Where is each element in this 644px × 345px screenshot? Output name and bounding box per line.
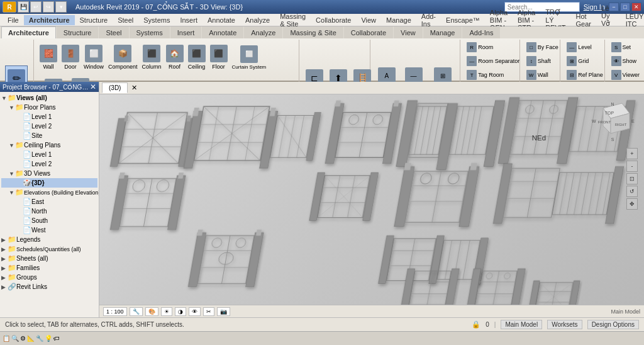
status-worksets[interactable]: Worksets [547, 320, 582, 329]
set-button[interactable]: SSet [609, 41, 634, 54]
tab-view[interactable]: View [394, 26, 423, 38]
tree-elev-east[interactable]: 📄East [1, 197, 97, 206]
roof-button[interactable]: 🏠 Roof [164, 41, 186, 74]
tab-addins[interactable]: Add-Ins [462, 26, 500, 38]
viewport-3d[interactable]: NEd TOP [99, 94, 644, 305]
level-button[interactable]: —Level [564, 41, 594, 54]
menu-analyze[interactable]: Analyze [240, 15, 275, 25]
floor-button[interactable]: ⬛ Floor [208, 41, 230, 74]
quick-access-more[interactable]: ▾ [55, 1, 67, 13]
menu-structure[interactable]: Structure [75, 15, 113, 25]
menu-view[interactable]: View [356, 15, 381, 25]
tab-analyze[interactable]: Analyze [244, 26, 282, 38]
bottom-icon-7[interactable]: 🏷 [53, 335, 60, 342]
bottom-icon-4[interactable]: 📐 [27, 335, 35, 342]
menu-annotate[interactable]: Annotate [203, 15, 240, 25]
toolbar-shadows[interactable]: ◑ [175, 307, 186, 316]
tree-floor-level1[interactable]: 📄Level 1 [1, 112, 97, 122]
tree-revit-links[interactable]: ▶🔗Revit Links [1, 282, 97, 291]
wall-button[interactable]: 🧱 Wall [38, 41, 59, 74]
tree-ceiling-plans[interactable]: ▼📁Ceiling Plans [1, 140, 97, 150]
tree-elev-north[interactable]: 📄North [1, 206, 97, 216]
menu-architecture[interactable]: Architecture [24, 15, 75, 25]
menu-systems[interactable]: Systems [138, 15, 175, 25]
tab-structure[interactable]: Structure [57, 26, 99, 38]
viewport-close[interactable]: ✕ [131, 84, 137, 92]
bottom-icon-6[interactable]: 💡 [45, 335, 52, 342]
menu-manage[interactable]: Manage [381, 15, 416, 25]
tab-manage[interactable]: Manage [423, 26, 462, 38]
column-button[interactable]: ⬛ Column [140, 41, 164, 74]
tab-steel[interactable]: Steel [99, 26, 128, 38]
ribbon-tabs: Architecture Structure Steel Systems Ins… [0, 26, 644, 38]
tree-sheets[interactable]: ▶📁Sheets (all) [1, 254, 97, 263]
bottom-icon-2[interactable]: 🔍 [11, 335, 19, 342]
menu-enscape[interactable]: Enscape™ [441, 15, 485, 25]
tree-elevations[interactable]: ▼📁Elevations (Building Elevation) [1, 188, 97, 197]
tree-legends[interactable]: ▶📁Legends [1, 235, 97, 244]
room-separator-button[interactable]: —Room Separator [464, 55, 522, 67]
tab-systems[interactable]: Systems [130, 26, 170, 38]
tree-3d-views[interactable]: ▼📁3D Views [1, 169, 97, 178]
door-button[interactable]: 🚪 Door [60, 41, 81, 74]
tree-elev-west[interactable]: 📄West [1, 225, 97, 235]
bottom-icon-5[interactable]: 🔧 [36, 335, 43, 342]
toolbar-detail-level[interactable]: 🔧 [130, 307, 143, 316]
tree-groups[interactable]: ▶📁Groups [1, 273, 97, 282]
save-button[interactable]: 💾 [18, 1, 29, 13]
toolbar-sun-path[interactable]: ☀ [161, 307, 172, 316]
viewcube[interactable]: TOP FRONT RIGHT S E W N [591, 101, 635, 145]
viewport-tab-3d[interactable]: (3D) [102, 82, 128, 93]
toolbar-render[interactable]: 📷 [217, 307, 230, 316]
curtain-system-button[interactable]: ⬜ Curtain System [230, 41, 269, 74]
bottom-icon-3[interactable]: ⚙ [20, 335, 26, 342]
project-browser-close[interactable]: ✕ [90, 83, 96, 91]
toolbar-crop-view[interactable]: ✂ [203, 307, 214, 316]
tab-annotate[interactable]: Annotate [202, 26, 243, 38]
menu-insert[interactable]: Insert [175, 15, 203, 25]
maximize-button[interactable]: □ [620, 3, 630, 11]
tab-insert[interactable]: Insert [170, 26, 202, 38]
tree-floor-level2[interactable]: 📄Level 2 [1, 122, 97, 131]
ref-plane-button[interactable]: ⊟Ref Plane [564, 69, 606, 81]
tree-families[interactable]: ▶📁Families [1, 263, 97, 273]
tag-room-button[interactable]: TTag Room [464, 69, 506, 81]
pan-button[interactable]: ✥ [626, 198, 638, 210]
tree-3d-current[interactable]: 🎲{3D} [1, 178, 97, 188]
toolbar-show-hide[interactable]: 👁 [189, 307, 201, 316]
tab-architecture[interactable]: Architecture [1, 26, 56, 38]
menu-file[interactable]: File [3, 15, 24, 25]
tab-collaborate[interactable]: Collaborate [344, 26, 393, 38]
status-design-opts[interactable]: Design Options [587, 320, 639, 329]
menu-steel[interactable]: Steel [113, 15, 138, 25]
tree-floor-site[interactable]: 📄Site [1, 131, 97, 140]
zoom-out-button[interactable]: - [626, 161, 638, 172]
zoom-fit-button[interactable]: ⊡ [626, 173, 638, 184]
component-button[interactable]: 📦 Component [106, 41, 140, 74]
tree-elev-south[interactable]: 📄South [1, 216, 97, 225]
redo-button[interactable]: ↪ [43, 1, 54, 13]
viewer-button[interactable]: VViewer [609, 69, 642, 81]
window-button[interactable]: ⬜ Window [82, 41, 106, 74]
tree-ceiling-level1[interactable]: 📄Level 1 [1, 150, 97, 159]
tree-schedules[interactable]: ▶📁Schedules/Quantities (all) [1, 244, 97, 254]
tab-massing[interactable]: Massing & Site [283, 26, 343, 38]
ceiling-button[interactable]: ⬛ Ceiling [186, 41, 208, 74]
menu-collaborate[interactable]: Collaborate [311, 15, 356, 25]
undo-button[interactable]: ↩ [30, 1, 42, 13]
tree-ceiling-level2[interactable]: 📄Level 2 [1, 159, 97, 169]
grid-button[interactable]: ⊞Grid [564, 55, 591, 67]
room-button[interactable]: RRoom [464, 41, 496, 54]
by-face-button[interactable]: □By Face [524, 41, 561, 54]
tree-floor-plans[interactable]: ▼📁Floor Plans [1, 103, 97, 112]
toolbar-visual-style[interactable]: 🎨 [145, 307, 158, 316]
orbit-button[interactable]: ↺ [626, 186, 638, 197]
shaft-button[interactable]: ↕Shaft [524, 55, 553, 67]
wall-opening-button[interactable]: WWall [524, 69, 551, 81]
tree-views-all[interactable]: ▼📁Views (all) [1, 93, 97, 103]
show-button[interactable]: 👁Show [609, 55, 640, 67]
app-menu-button[interactable]: R [3, 1, 16, 13]
bottom-icon-1[interactable]: 📋 [3, 335, 10, 342]
close-button[interactable]: ✕ [631, 3, 641, 11]
zoom-in-button[interactable]: + [626, 148, 638, 159]
